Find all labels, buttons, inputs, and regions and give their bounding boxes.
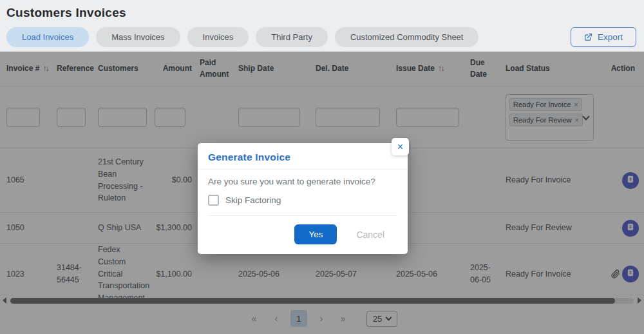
modal-title: Generate Invoice	[208, 152, 397, 163]
tab-list: Load Invoices Mass Invoices Invoices Thi…	[6, 27, 478, 47]
modal-body: Are you sure you want to generate invoic…	[198, 170, 408, 216]
tab-third-party[interactable]: Third Party	[256, 27, 328, 47]
modal-footer: Yes Cancel	[198, 216, 408, 254]
skip-factoring-checkbox[interactable]	[208, 195, 219, 206]
tab-invoices[interactable]: Invoices	[187, 27, 249, 47]
customers-invoices-page: Customers Invoices Load Invoices Mass In…	[0, 0, 644, 334]
page-title: Customers Invoices	[6, 6, 638, 20]
yes-button[interactable]: Yes	[294, 224, 337, 244]
export-button[interactable]: Export	[571, 27, 636, 47]
export-icon	[584, 33, 592, 41]
generate-invoice-modal: × Generate Invoice Are you sure you want…	[198, 143, 408, 254]
confirm-message: Are you sure you want to generate invoic…	[208, 177, 397, 186]
tab-load-invoices[interactable]: Load Invoices	[6, 27, 89, 47]
tab-mass-invoices[interactable]: Mass Invoices	[96, 27, 180, 47]
cancel-button[interactable]: Cancel	[356, 230, 384, 240]
top-bar: Customers Invoices Load Invoices Mass In…	[0, 0, 644, 52]
export-label: Export	[598, 32, 623, 42]
close-icon[interactable]: ×	[392, 138, 409, 155]
skip-factoring-label: Skip Factoring	[225, 195, 281, 205]
skip-factoring-row: Skip Factoring	[208, 195, 397, 206]
tabs-row: Load Invoices Mass Invoices Invoices Thi…	[6, 27, 638, 47]
modal-header: Generate Invoice	[198, 143, 408, 170]
tab-customized-commodity-sheet[interactable]: Customized Commodity Sheet	[335, 27, 479, 47]
